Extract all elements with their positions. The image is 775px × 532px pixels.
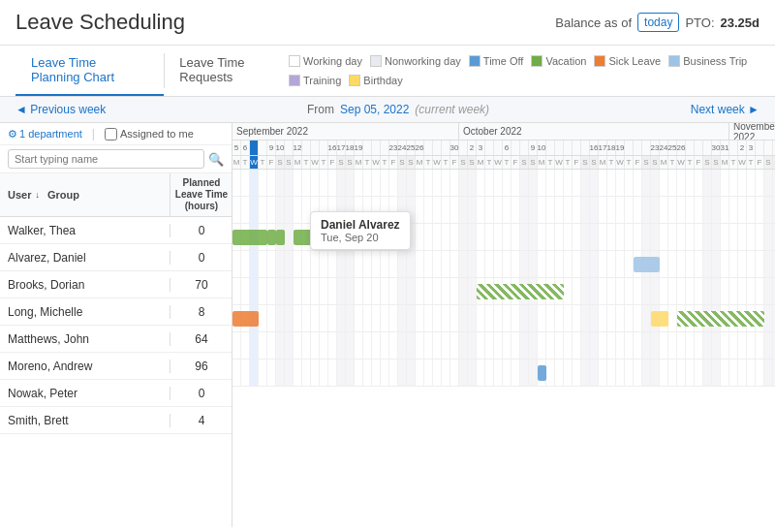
user-row[interactable]: Alvarez, Daniel 0	[0, 244, 232, 271]
chart-day-cell	[302, 305, 311, 331]
chart-day-cell	[485, 305, 494, 331]
day-letter-cell: W	[311, 156, 320, 169]
chart-day-cell	[250, 251, 259, 277]
chart-day-cell	[581, 332, 590, 359]
leave-block[interactable]	[538, 365, 546, 381]
chart-day-cell	[450, 305, 459, 331]
chart-day-cell	[302, 360, 311, 386]
chart-day-cell	[642, 360, 651, 386]
chart-day-cell	[538, 224, 546, 250]
day-letter-cell: S	[651, 156, 660, 169]
leave-block[interactable]	[651, 311, 668, 327]
chart-day-cell	[660, 278, 668, 304]
assigned-to-me-filter[interactable]: Assigned to me	[105, 128, 194, 141]
nav-date[interactable]: Sep 05, 2022	[340, 103, 409, 116]
chart-day-cell	[512, 360, 520, 386]
chart-day-cell	[712, 251, 721, 277]
balance-date-selector[interactable]: today	[637, 13, 679, 32]
user-name: Alvarez, Daniel	[0, 251, 170, 265]
day-number-cell: 10	[538, 141, 546, 155]
leave-block[interactable]	[677, 311, 764, 327]
chart-day-cell	[503, 305, 512, 331]
day-number-cell	[424, 141, 433, 155]
next-week-button[interactable]: Next week ►	[691, 103, 760, 116]
day-letter-cell: M	[294, 156, 302, 169]
chart-day-cell	[590, 224, 599, 250]
user-row[interactable]: Matthews, John 64	[0, 326, 232, 353]
chart-day-cell	[372, 197, 381, 223]
legend-sick: Sick Leave	[594, 55, 661, 67]
legend-vacation: Vacation	[531, 55, 586, 67]
chart-day-cell	[738, 224, 747, 250]
leave-block[interactable]	[232, 230, 267, 245]
chart-day-cell	[389, 224, 398, 250]
leave-block[interactable]	[276, 230, 285, 245]
assigned-checkbox[interactable]	[105, 128, 117, 141]
prev-week-button[interactable]: ◄ Previous week	[16, 103, 106, 116]
chart-day-cell	[416, 360, 424, 386]
day-number-cell	[555, 141, 564, 155]
chart-day-cell	[363, 251, 372, 277]
group-column-header[interactable]: Group	[47, 189, 79, 201]
chart-day-cell	[747, 224, 756, 250]
leave-block[interactable]	[232, 311, 259, 327]
legend-working: Working day	[289, 55, 362, 67]
filter-department-label[interactable]: 1 department	[19, 128, 82, 140]
chart-day-cell	[232, 170, 241, 196]
chart-day-cell	[494, 360, 503, 386]
chart-day-cell	[599, 170, 607, 196]
user-row[interactable]: Walker, Thea 0	[0, 217, 232, 244]
chart-day-cell	[660, 224, 668, 250]
user-column-header[interactable]: User ↓ Group	[0, 173, 170, 216]
balance-label: Balance as of	[555, 16, 632, 30]
chart-day-cell	[477, 332, 485, 359]
chart-day-cell	[311, 305, 320, 331]
chart-day-cell	[267, 278, 276, 304]
chart-row	[232, 332, 775, 360]
chart-day-cell	[285, 278, 294, 304]
chart-day-cell	[625, 360, 634, 386]
chart-day-cell	[764, 278, 773, 304]
search-icon[interactable]: 🔍	[208, 152, 224, 167]
chart-day-cell	[285, 170, 294, 196]
leave-block[interactable]	[328, 230, 337, 245]
chart-day-cell	[477, 360, 485, 386]
chart-day-cell	[442, 197, 450, 223]
chart-day-cell	[529, 170, 538, 196]
tab-time-requests[interactable]: Leave Time Requests	[164, 46, 289, 96]
legend-sick-icon	[594, 55, 605, 67]
chart-day-cell	[668, 305, 677, 331]
day-number-cell	[634, 141, 642, 155]
user-row[interactable]: Long, Michelle 8	[0, 298, 232, 326]
chart-day-cell	[328, 332, 337, 359]
chart-day-cell	[668, 278, 677, 304]
leave-block[interactable]	[337, 230, 346, 245]
chart-day-cell	[416, 278, 424, 304]
leave-block[interactable]	[477, 284, 564, 299]
search-input[interactable]	[8, 149, 204, 169]
day-letter-cell: T	[485, 156, 494, 169]
chart-day-cell	[337, 332, 346, 359]
user-row[interactable]: Moreno, Andrew 96	[0, 353, 232, 380]
day-letter-cell: T	[564, 156, 573, 169]
day-letter-cell: M	[416, 156, 424, 169]
leave-block[interactable]	[294, 230, 328, 245]
leave-block[interactable]	[634, 257, 660, 272]
user-row[interactable]: Smith, Brett 4	[0, 407, 232, 434]
tab-planning-chart[interactable]: Leave Time Planning Chart	[16, 46, 164, 96]
chart-day-cell	[721, 224, 729, 250]
chart-row	[232, 305, 775, 332]
filter-button[interactable]: ⚙ 1 department	[8, 128, 82, 141]
chart-day-cell	[363, 305, 372, 331]
chart-day-cell	[686, 360, 695, 386]
leave-block[interactable]	[267, 230, 276, 245]
chart-day-cell	[590, 251, 599, 277]
day-number-cell	[625, 141, 634, 155]
chart-day-cell	[494, 197, 503, 223]
user-row[interactable]: Brooks, Dorian 70	[0, 271, 232, 298]
chart-day-cell	[459, 332, 468, 359]
chart-day-cell	[311, 197, 320, 223]
chart-day-cell	[695, 360, 703, 386]
user-row[interactable]: Nowak, Peter 0	[0, 380, 232, 407]
user-list: Walker, Thea 0 Alvarez, Daniel 0 Brooks,…	[0, 217, 232, 527]
